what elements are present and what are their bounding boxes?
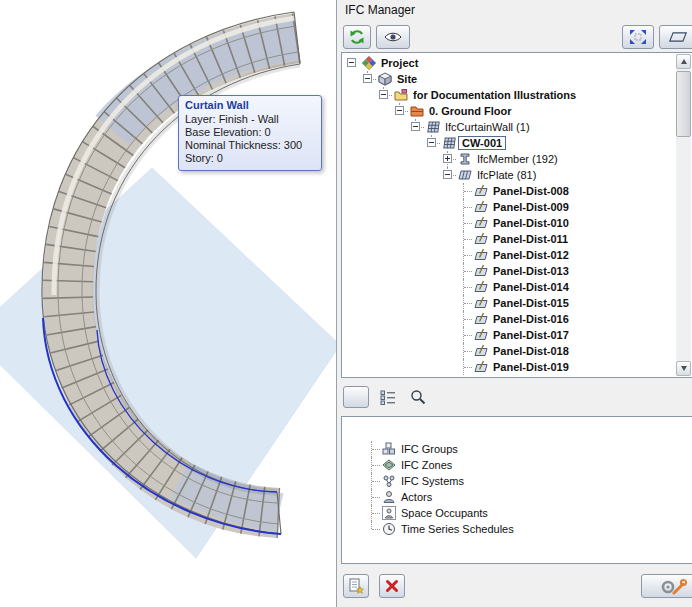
collapse-toggle[interactable] [427,138,436,147]
tree-indent [344,199,360,215]
assignment-item[interactable]: IFC Groups [348,441,690,457]
ifc-translator-button[interactable] [641,574,692,598]
assignment-item[interactable]: Actors [348,489,690,505]
tree-item[interactable]: Panel-Dist-017 [344,327,675,343]
expand-toggle[interactable] [443,154,452,163]
tree-item[interactable]: Panel-Dist-019 [344,359,675,375]
tree-item-label[interactable]: for Documentation Illustrations [410,89,579,101]
delete-icon [383,578,401,594]
tree-indent [424,327,440,343]
magnifier-icon [409,389,427,405]
tree-indent [348,441,364,457]
assignment-item-label[interactable]: Actors [398,491,435,503]
tree-scrollbar[interactable] [676,54,691,376]
tree-indent [348,473,364,489]
assignment-item[interactable]: IFC Systems [348,473,690,489]
tree-indent [360,167,376,183]
tree-item-label[interactable]: Panel-Dist-008 [490,185,572,197]
tree-item-label[interactable]: Panel-Dist-011 [490,233,571,245]
scroll-up-button[interactable] [676,54,691,69]
tree-item-label[interactable]: CW-001 [458,136,506,150]
tree-list-view-button[interactable] [377,386,399,408]
tree-item[interactable]: Site [344,71,675,87]
tree-item-label[interactable]: Site [394,73,420,85]
panel-icon [472,215,490,231]
scroll-thumb[interactable] [676,71,691,137]
tree-indent [376,167,392,183]
tooltip-line: Layer: Finish - Wall [185,113,315,126]
new-item-button[interactable] [343,574,369,598]
tree-indent [344,343,360,359]
tree-item-label[interactable]: Panel-Dist-012 [490,249,572,261]
find-button[interactable] [407,386,429,408]
tree-item[interactable]: Panel-Dist-012 [344,247,675,263]
collapse-toggle[interactable] [347,58,356,67]
tree-indent [360,199,376,215]
tree-item-label[interactable]: Panel-Dist-019 [490,361,572,373]
tree-item[interactable]: IfcPlate (81) [344,167,675,183]
tree-indent [408,119,424,135]
tree-item[interactable]: Panel-Dist-018 [344,343,675,359]
assignment-item-label[interactable]: Time Series Schedules [398,523,517,535]
assignment-item-label[interactable]: IFC Groups [398,443,461,455]
collapse-toggle[interactable] [363,74,372,83]
tree-indent [424,231,440,247]
tree-item-label[interactable]: Panel-Dist-016 [490,313,572,325]
tree-item[interactable]: Panel-Dist-011 [344,231,675,247]
ifc-assignments-box: IFC GroupsIFC ZonesIFC SystemsActorsSpac… [341,416,692,564]
tree-indent [360,231,376,247]
tree-item-label[interactable]: Project [378,57,421,69]
assignment-item[interactable]: IFC Zones [348,457,690,473]
collapse-toggle[interactable] [443,170,452,179]
tree-item[interactable]: 0. Ground Floor [344,103,675,119]
tree-item-label[interactable]: IfcCurtainWall (1) [442,121,533,133]
tree-item[interactable]: CW-001 [344,135,675,151]
delete-button[interactable] [379,574,405,598]
3d-viewport[interactable]: Curtain Wall Layer: Finish - Wall Base E… [0,0,336,607]
tree-item-label[interactable]: 0. Ground Floor [426,105,515,117]
tree-indent [424,199,440,215]
tree-item-label[interactable]: IfcPlate (81) [474,169,539,181]
tree-item-label[interactable]: Panel-Dist-009 [490,201,572,213]
tree-indent [440,215,456,231]
collapse-toggle[interactable] [395,106,404,115]
tree-item[interactable]: for Documentation Illustrations [344,87,675,103]
assignment-item[interactable]: Space Occupants [348,505,690,521]
collapse-toggle[interactable] [411,122,420,131]
show-in-model-button[interactable] [622,25,654,49]
refresh-button[interactable] [343,25,371,49]
tree-item[interactable]: Panel-Dist-014 [344,279,675,295]
tree-item[interactable]: Panel-Dist-010 [344,215,675,231]
tree-item-label[interactable]: Panel-Dist-014 [490,281,572,293]
tree-item[interactable]: Panel-Dist-016 [344,311,675,327]
tree-indent [456,343,472,359]
tree-item-label[interactable]: IfcMember (192) [474,153,561,165]
assignment-item[interactable]: Time Series Schedules [348,521,690,537]
marquee-button[interactable] [659,25,692,49]
tree-item[interactable]: Panel-Dist-015 [344,295,675,311]
visibility-button[interactable] [376,25,410,49]
assignment-item-label[interactable]: IFC Systems [398,475,467,487]
tree-item-label[interactable]: Panel-Dist-015 [490,297,572,309]
tree-item-label[interactable]: Panel-Dist-018 [490,345,572,357]
curtain-wall-scene [0,0,336,607]
scroll-down-button[interactable] [676,361,691,376]
tree-item[interactable]: IfcMember (192) [344,151,675,167]
tree-item-label[interactable]: Panel-Dist-017 [490,329,572,341]
tree-item[interactable]: Panel-Dist-009 [344,199,675,215]
tree-indent [344,359,360,375]
assignment-item-label[interactable]: IFC Zones [398,459,455,471]
tree-indent [424,183,440,199]
panel-icon [472,327,490,343]
site-icon [376,71,394,87]
tree-item[interactable]: IfcCurtainWall (1) [344,119,675,135]
blank-button[interactable] [343,386,369,408]
tree-item[interactable]: Panel-Dist-008 [344,183,675,199]
tree-indent [360,327,376,343]
tree-item[interactable]: Panel-Dist-013 [344,263,675,279]
tree-item[interactable]: Project [344,55,675,71]
collapse-toggle[interactable] [379,90,388,99]
assignment-item-label[interactable]: Space Occupants [398,507,491,519]
tree-item-label[interactable]: Panel-Dist-013 [490,265,572,277]
tree-item-label[interactable]: Panel-Dist-010 [490,217,572,229]
